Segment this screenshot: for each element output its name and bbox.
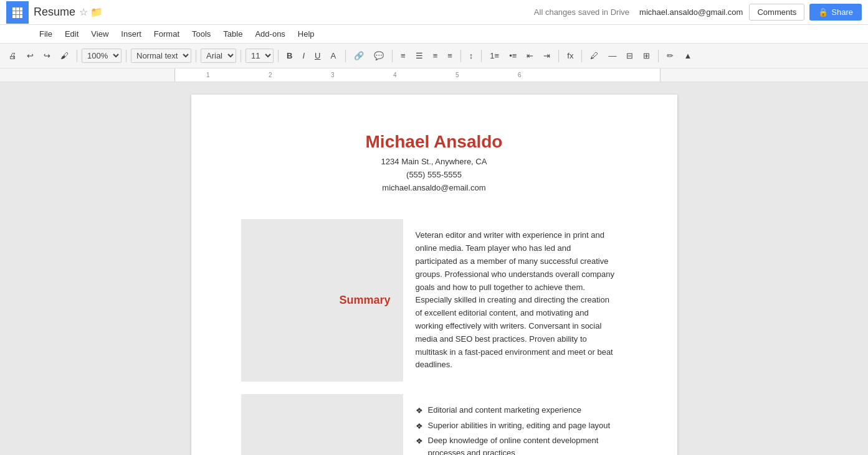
align-center-button[interactable]: ☰ [412, 49, 427, 62]
resume-header: Michael Ansaldo 1234 Main St., Anywhere,… [241, 132, 627, 194]
summary-text: Veteran editor and writer with experienc… [416, 230, 614, 369]
core-skills-content: ❖ Editorial and content marketing experi… [403, 394, 627, 455]
summary-content: Veteran editor and writer with experienc… [403, 219, 627, 382]
svg-text:6: 6 [518, 72, 522, 78]
bold-button[interactable]: B [283, 49, 296, 62]
italic-button[interactable]: I [298, 49, 308, 62]
collapse-toolbar-button[interactable]: ▲ [680, 49, 695, 62]
separator [77, 50, 77, 62]
svg-text:2: 2 [269, 72, 272, 78]
menu-edit[interactable]: Edit [60, 27, 83, 40]
core-skills-section: Core Skills ❖ Editorial and content mark… [241, 394, 627, 455]
summary-label-col: Summary [241, 219, 403, 382]
table-button[interactable]: ⊞ [639, 49, 654, 62]
skill-text: Deep knowledge of online content develop… [428, 434, 615, 455]
bulleted-list-button[interactable]: •≡ [505, 49, 520, 62]
function-button[interactable]: fx [563, 49, 577, 62]
svg-rect-1 [16, 7, 19, 11]
google-apps-icon[interactable] [6, 1, 29, 24]
lock-icon: 🔒 [818, 7, 828, 17]
strikethrough-button[interactable]: — [604, 49, 620, 62]
zoom-select[interactable]: 100% [82, 49, 122, 63]
highlight-button[interactable]: 🖊 [586, 49, 602, 62]
diamond-icon: ❖ [416, 435, 423, 448]
separator [345, 50, 346, 62]
user-email[interactable]: michael.ansaldo@gmail.com [639, 7, 743, 17]
comments-button[interactable]: Comments [749, 4, 804, 21]
increase-indent-button[interactable]: ⇥ [540, 49, 554, 62]
menu-view[interactable]: View [86, 27, 113, 40]
separator [558, 50, 559, 62]
menu-tools[interactable]: Tools [187, 27, 216, 40]
separator [241, 50, 241, 62]
separator [196, 50, 196, 62]
summary-section: Summary Veteran editor and writer with e… [241, 219, 627, 382]
draw-button[interactable]: ✏ [663, 49, 677, 62]
separator [460, 50, 461, 62]
resume-phone: (555) 555-5555 [241, 169, 627, 182]
menu-help[interactable]: Help [293, 27, 320, 40]
share-button[interactable]: 🔒 Share [809, 4, 862, 21]
print-button[interactable]: 🖨 [5, 49, 21, 62]
font-select[interactable]: Arial [201, 49, 236, 63]
menu-table[interactable]: Table [218, 27, 247, 40]
skills-list: ❖ Editorial and content marketing experi… [416, 404, 615, 455]
underline-button[interactable]: U [311, 49, 324, 62]
redo-button[interactable]: ↪ [40, 49, 54, 62]
menu-insert[interactable]: Insert [116, 27, 146, 40]
svg-text:3: 3 [331, 72, 335, 78]
ruler-bar: 1 2 3 4 5 6 [174, 68, 661, 82]
comment-inline-button[interactable]: 💬 [370, 49, 388, 62]
list-item: ❖ Superior abilities in writing, editing… [416, 420, 615, 433]
diamond-icon: ❖ [416, 405, 423, 417]
align-left-button[interactable]: ≡ [397, 49, 409, 62]
diamond-icon: ❖ [416, 420, 423, 433]
list-item: ❖ Editorial and content marketing experi… [416, 404, 615, 417]
svg-rect-5 [20, 11, 22, 14]
resume-address: 1234 Main St., Anywhere, CA [241, 156, 627, 169]
svg-rect-8 [20, 15, 22, 18]
paint-format-button[interactable]: 🖌 [57, 49, 72, 62]
menu-format[interactable]: Format [149, 27, 184, 40]
svg-rect-6 [12, 15, 16, 18]
align-justify-button[interactable]: ≡ [444, 49, 456, 62]
summary-label: Summary [339, 294, 390, 307]
toolbar: 🖨 ↩ ↪ 🖌 100% Normal text Arial 11 B I U … [0, 44, 868, 68]
link-button[interactable]: 🔗 [350, 49, 368, 62]
skill-text: Editorial and content marketing experien… [428, 404, 581, 416]
menu-addons[interactable]: Add-ons [250, 27, 290, 40]
svg-text:5: 5 [455, 72, 459, 78]
style-select[interactable]: Normal text [131, 49, 191, 63]
undo-button[interactable]: ↩ [23, 49, 37, 62]
resume-name: Michael Ansaldo [241, 132, 627, 152]
menu-bar: File Edit View Insert Format Tools Table… [0, 25, 868, 44]
top-bar: Resume ☆ 📁 All changes saved in Drive mi… [0, 0, 868, 25]
svg-rect-7 [16, 15, 19, 18]
separator [392, 50, 393, 62]
separator [126, 50, 126, 62]
numbered-list-button[interactable]: 1≡ [486, 49, 503, 62]
core-skills-label: Core Skills [332, 453, 390, 455]
document-title[interactable]: Resume [34, 6, 75, 19]
font-size-select[interactable]: 11 [246, 49, 274, 63]
line-spacing-button[interactable]: ↕ [465, 49, 477, 62]
horizontal-rule-button[interactable]: ⊟ [622, 49, 637, 62]
text-color-button[interactable]: A [327, 49, 341, 62]
folder-icon[interactable]: 📁 [90, 6, 103, 18]
separator [481, 50, 482, 62]
resume-email: michael.ansaldo@email.com [241, 182, 627, 195]
separator [278, 50, 279, 62]
document-area[interactable]: Michael Ansaldo 1234 Main St., Anywhere,… [0, 82, 868, 455]
svg-text:4: 4 [393, 72, 397, 78]
align-right-button[interactable]: ≡ [429, 49, 442, 62]
star-icon[interactable]: ☆ [79, 6, 88, 18]
decrease-indent-button[interactable]: ⇤ [523, 49, 537, 62]
separator [658, 50, 659, 62]
ruler: 1 2 3 4 5 6 [0, 68, 868, 82]
page: Michael Ansaldo 1234 Main St., Anywhere,… [191, 95, 677, 455]
svg-rect-2 [20, 7, 22, 11]
svg-rect-3 [12, 11, 16, 14]
menu-file[interactable]: File [34, 27, 57, 40]
list-item: ❖ Deep knowledge of online content devel… [416, 434, 615, 455]
svg-text:1: 1 [206, 72, 210, 78]
